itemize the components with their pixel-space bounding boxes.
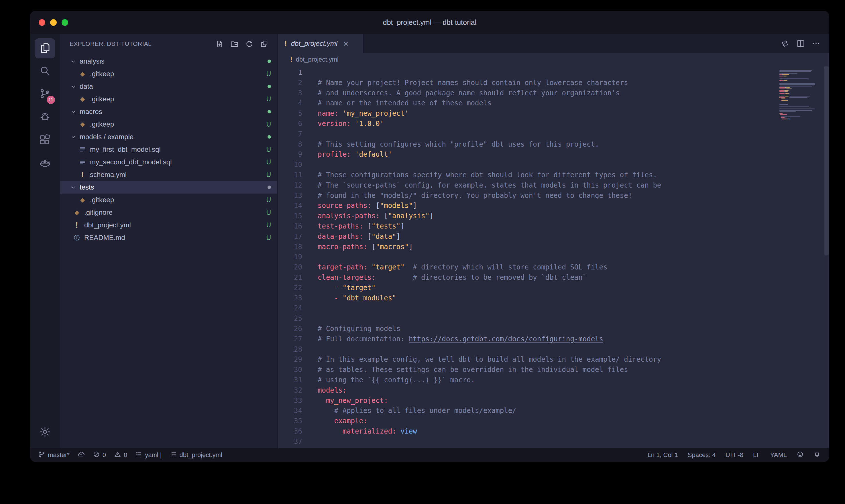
line-number: 4 xyxy=(277,98,302,109)
code-line[interactable]: 13# found in the "models/" directory. Yo… xyxy=(277,191,829,201)
status-active-file[interactable]: dbt_project.yml xyxy=(170,451,222,460)
tree-folder-tests[interactable]: tests xyxy=(60,181,277,194)
collapse-folders-button[interactable] xyxy=(258,38,270,50)
tree-file-dbt-project-yml[interactable]: !dbt_project.ymlU xyxy=(60,219,277,231)
tree-folder-models-example[interactable]: models / example xyxy=(60,130,277,143)
code-editor[interactable]: 12# Name your project! Project names sho… xyxy=(277,67,829,448)
minimize-window-button[interactable] xyxy=(50,19,57,26)
code-line[interactable]: 3# and underscores. A good package name … xyxy=(277,88,829,98)
more-actions-button[interactable] xyxy=(811,38,821,49)
code-line[interactable]: 37 xyxy=(277,437,829,447)
code-line[interactable]: 10 xyxy=(277,160,829,170)
code-line[interactable]: 12# The `source-paths` config, for examp… xyxy=(277,180,829,191)
tree-folder-analysis[interactable]: analysis xyxy=(60,55,277,68)
minimap[interactable] xyxy=(779,68,822,121)
code-line[interactable]: 27# Full documentation: https://docs.get… xyxy=(277,334,829,344)
code-line[interactable]: 26# Configuring models xyxy=(277,324,829,334)
close-tab-icon[interactable]: × xyxy=(343,39,348,48)
code-line[interactable]: 20target-path: "target" # directory whic… xyxy=(277,262,829,273)
status-encoding[interactable]: UTF-8 xyxy=(725,451,743,459)
code-line[interactable]: 2# Name your project! Project names shou… xyxy=(277,78,829,88)
code-text: test-paths: ["tests"] xyxy=(302,221,404,232)
code-line[interactable]: 33 my_new_project: xyxy=(277,396,829,406)
code-line[interactable]: 17data-paths: ["data"] xyxy=(277,232,829,242)
code-line[interactable]: 36 materialized: view xyxy=(277,426,829,437)
activity-source-control[interactable]: 11 xyxy=(35,84,55,104)
new-folder-button[interactable] xyxy=(229,38,240,50)
code-line[interactable]: 21clean-targets: # directories to be rem… xyxy=(277,273,829,283)
status-cursor-position[interactable]: Ln 1, Col 1 xyxy=(647,451,678,459)
code-line[interactable]: 4# name or the intended use of these mod… xyxy=(277,98,829,109)
title-bar[interactable]: dbt_project.yml — dbt-tutorial xyxy=(30,11,829,34)
status-feedback[interactable] xyxy=(796,451,804,460)
code-line[interactable]: 28 xyxy=(277,344,829,355)
tab-dbt-project-yml[interactable]: ! dbt_project.yml × xyxy=(277,34,363,53)
code-line[interactable]: 6version: '1.0.0' xyxy=(277,119,829,129)
activity-extensions[interactable] xyxy=(35,130,55,150)
code-line[interactable]: 14source-paths: ["models"] xyxy=(277,201,829,211)
editor-scrollbar[interactable] xyxy=(824,67,829,448)
code-line[interactable]: 35 example: xyxy=(277,416,829,426)
status-notifications[interactable] xyxy=(813,451,821,460)
status-git-branch[interactable]: master* xyxy=(38,451,70,460)
code-line[interactable]: 32models: xyxy=(277,385,829,396)
status-yaml-status[interactable]: yaml | xyxy=(135,451,162,460)
code-text xyxy=(302,129,318,140)
status-problems-warnings[interactable]: 0 xyxy=(114,451,127,460)
code-line[interactable]: 19 xyxy=(277,252,829,262)
code-line[interactable]: 23 - "dbt_modules" xyxy=(277,293,829,304)
tree-file-gitignore[interactable]: ◆.gitignoreU xyxy=(60,206,277,219)
code-line[interactable]: 1 xyxy=(277,68,829,78)
code-text: # found in the "models/" directory. You … xyxy=(302,191,632,201)
scrollbar-thumb[interactable] xyxy=(824,67,829,255)
tree-file-my-first-dbt-model-sql[interactable]: my_first_dbt_model.sqlU xyxy=(60,143,277,156)
code-line[interactable]: 7 xyxy=(277,129,829,140)
code-line[interactable]: 30# as tables. These settings can be ove… xyxy=(277,365,829,375)
tree-file-readme-md[interactable]: README.mdU xyxy=(60,231,277,244)
code-line[interactable]: 11# These configurations specify where d… xyxy=(277,170,829,180)
tree-folder-macros[interactable]: macros xyxy=(60,105,277,118)
activity-explorer[interactable] xyxy=(35,38,55,58)
code-line[interactable]: 16test-paths: ["tests"] xyxy=(277,221,829,232)
refresh-explorer-button[interactable] xyxy=(244,38,255,50)
code-line[interactable]: 31# using the `{{ config(...) }}` macro. xyxy=(277,375,829,385)
status-sync-changes[interactable] xyxy=(78,451,85,460)
code-line[interactable]: 22 - "target" xyxy=(277,283,829,293)
code-line[interactable]: 9profile: 'default' xyxy=(277,149,829,160)
split-editor-button[interactable] xyxy=(795,38,806,49)
tree-file-gitkeep[interactable]: ◆.gitkeepU xyxy=(60,93,277,105)
activity-run-debug[interactable] xyxy=(35,107,55,127)
line-number: 37 xyxy=(277,437,302,447)
close-window-button[interactable] xyxy=(39,19,45,26)
status-eol[interactable]: LF xyxy=(753,451,760,459)
activity-settings[interactable] xyxy=(35,422,55,443)
code-line[interactable]: 18macro-paths: ["macros"] xyxy=(277,242,829,252)
tree-item-label: analysis xyxy=(79,57,105,65)
breadcrumb-file[interactable]: dbt_project.yml xyxy=(296,56,339,63)
open-changes-button[interactable] xyxy=(780,38,790,49)
status-indentation[interactable]: Spaces: 4 xyxy=(688,451,716,459)
tree-file-gitkeep[interactable]: ◆.gitkeepU xyxy=(60,68,277,80)
status-problems-errors[interactable]: 0 xyxy=(93,451,106,460)
code-line[interactable]: 25 xyxy=(277,313,829,324)
code-line[interactable]: 8# This setting configures which "profil… xyxy=(277,140,829,150)
code-line[interactable]: 5name: 'my_new_project' xyxy=(277,109,829,119)
zoom-window-button[interactable] xyxy=(61,19,68,26)
breadcrumb[interactable]: ! dbt_project.yml xyxy=(277,53,829,67)
tree-item-label: my_first_dbt_model.sql xyxy=(90,145,161,154)
tree-file-gitkeep[interactable]: ◆.gitkeepU xyxy=(60,118,277,130)
tree-file-schema-yml[interactable]: !schema.ymlU xyxy=(60,168,277,181)
status-language-mode[interactable]: YAML xyxy=(770,451,787,459)
code-line[interactable]: 34 # Applies to all files under models/e… xyxy=(277,406,829,416)
line-number: 27 xyxy=(277,334,302,344)
activity-search[interactable] xyxy=(35,61,55,81)
new-file-button[interactable] xyxy=(214,38,225,50)
tree-item-label: models / example xyxy=(79,133,133,141)
code-line[interactable]: 15analysis-paths: ["analysis"] xyxy=(277,211,829,221)
activity-docker[interactable] xyxy=(35,153,55,173)
code-line[interactable]: 29# In this example config, we tell dbt … xyxy=(277,355,829,365)
tree-file-my-second-dbt-model-sql[interactable]: my_second_dbt_model.sqlU xyxy=(60,156,277,168)
code-line[interactable]: 24 xyxy=(277,303,829,313)
tree-file-gitkeep[interactable]: ◆.gitkeepU xyxy=(60,194,277,206)
tree-folder-data[interactable]: data xyxy=(60,80,277,93)
